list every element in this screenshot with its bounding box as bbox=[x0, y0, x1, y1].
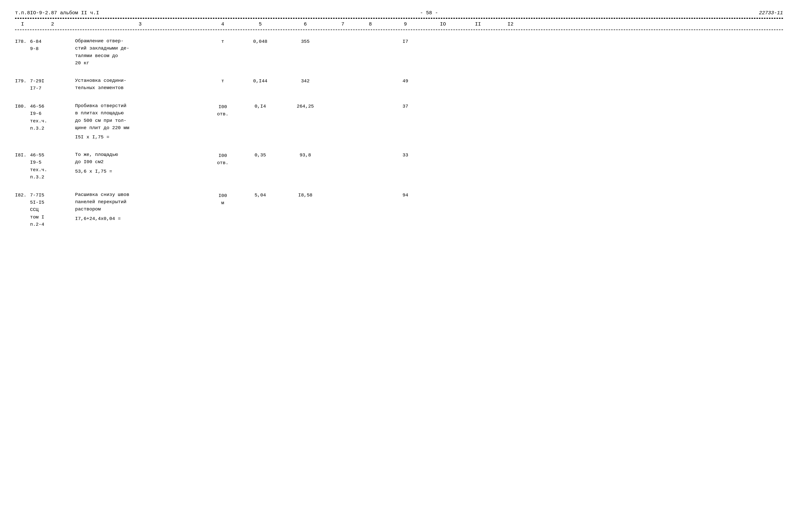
row-col7 bbox=[330, 77, 355, 78]
table-body: I78. 6-84 9-8 Обрамление отвер-стий закл… bbox=[15, 33, 783, 233]
row-col6: I8,58 bbox=[280, 191, 330, 199]
row-col11 bbox=[460, 151, 495, 152]
col-header-4: 4 bbox=[205, 21, 240, 27]
row-desc: Пробивка отверстийв плитах площадьюдо 50… bbox=[75, 102, 205, 141]
row-col5: 0,I4 bbox=[240, 102, 280, 110]
row-unit: т bbox=[205, 77, 240, 85]
col-header-12: I2 bbox=[495, 21, 526, 27]
col-header-11: II bbox=[460, 21, 495, 27]
header-center: - 58 - bbox=[420, 10, 438, 16]
header-right: 22733-11 bbox=[759, 10, 783, 16]
row-col8 bbox=[355, 77, 385, 78]
row-col7 bbox=[330, 102, 355, 103]
row-col5: 5,04 bbox=[240, 191, 280, 199]
row-col12 bbox=[495, 151, 526, 152]
row-desc: Расшивка снизу швовпанелей перекрытийрас… bbox=[75, 191, 205, 223]
col-header-1: I bbox=[15, 21, 30, 27]
row-unit: I00 м bbox=[205, 191, 240, 207]
row-num: I78. bbox=[15, 38, 30, 45]
row-code: 46-55 I9-5 тех.ч. п.3.2 bbox=[30, 151, 75, 181]
row-col10 bbox=[425, 151, 460, 152]
col-header-6: 6 bbox=[280, 21, 330, 27]
row-code: 46-56 I9-6 тех.ч. п.3.2 bbox=[30, 102, 75, 132]
row-col10 bbox=[425, 102, 460, 103]
page-header: т.п.8IO-9-2.87 альбом II ч.I - 58 - 2273… bbox=[15, 10, 783, 16]
row-col9: 49 bbox=[385, 77, 425, 85]
row-col9: 37 bbox=[385, 102, 425, 110]
column-headers: I 2 3 4 5 6 7 8 9 IO II I2 bbox=[15, 18, 783, 30]
row-desc: То же, площадьюдо I00 см2 53,6 x I,75 = bbox=[75, 151, 205, 175]
row-col8 bbox=[355, 102, 385, 103]
row-col10 bbox=[425, 191, 460, 192]
row-col12 bbox=[495, 191, 526, 192]
row-code: 7-7I5 5I-I5 ССЦ том I п.2-4 bbox=[30, 191, 75, 228]
row-col8 bbox=[355, 151, 385, 152]
row-col6: 93,8 bbox=[280, 151, 330, 159]
row-unit: т bbox=[205, 38, 240, 45]
formula: I7,6+24,4x0,04 = bbox=[75, 215, 205, 223]
col-header-2: 2 bbox=[30, 21, 75, 27]
row-col11 bbox=[460, 191, 495, 192]
row-col7 bbox=[330, 38, 355, 38]
row-col9: 33 bbox=[385, 151, 425, 159]
row-col6: 342 bbox=[280, 77, 330, 85]
formula: 53,6 x I,75 = bbox=[75, 168, 205, 175]
row-col6: 264,25 bbox=[280, 102, 330, 110]
col-header-7: 7 bbox=[330, 21, 355, 27]
row-col10 bbox=[425, 38, 460, 38]
row-col8 bbox=[355, 191, 385, 192]
row-unit: I00 отв. bbox=[205, 102, 240, 118]
row-code: 6-84 9-8 bbox=[30, 38, 75, 53]
table-row: I80. 46-56 I9-6 тех.ч. п.3.2 Пробивка от… bbox=[15, 97, 783, 146]
row-col9: I7 bbox=[385, 38, 425, 45]
row-num: I82. bbox=[15, 191, 30, 199]
col-header-8: 8 bbox=[355, 21, 385, 27]
row-col9: 94 bbox=[385, 191, 425, 199]
row-col11 bbox=[460, 38, 495, 38]
table-row: I82. 7-7I5 5I-I5 ССЦ том I п.2-4 Расшивк… bbox=[15, 186, 783, 233]
table-row: I8I. 46-55 I9-5 тех.ч. п.3.2 То же, площ… bbox=[15, 146, 783, 186]
row-col12 bbox=[495, 102, 526, 103]
row-col11 bbox=[460, 102, 495, 103]
row-col7 bbox=[330, 191, 355, 192]
row-num: I79. bbox=[15, 77, 30, 85]
row-col7 bbox=[330, 151, 355, 152]
header-left: т.п.8IO-9-2.87 альбом II ч.I bbox=[15, 10, 99, 16]
row-col8 bbox=[355, 38, 385, 38]
row-col12 bbox=[495, 38, 526, 38]
row-col5: 0,048 bbox=[240, 38, 280, 45]
col-header-10: IO bbox=[425, 21, 460, 27]
row-code: 7-29I I7-7 bbox=[30, 77, 75, 92]
formula: I5I x I,75 = bbox=[75, 134, 205, 141]
row-unit: I00 отв. bbox=[205, 151, 240, 167]
table-row: I79. 7-29I I7-7 Установка соедини-тельны… bbox=[15, 72, 783, 97]
col-header-3: 3 bbox=[75, 21, 205, 27]
row-desc: Установка соедини-тельных элементов bbox=[75, 77, 205, 92]
row-col5: 0,I44 bbox=[240, 77, 280, 85]
table-row: I78. 6-84 9-8 Обрамление отвер-стий закл… bbox=[15, 33, 783, 72]
row-col10 bbox=[425, 77, 460, 78]
row-col12 bbox=[495, 77, 526, 78]
row-num: I8I. bbox=[15, 151, 30, 159]
row-col5: 0,35 bbox=[240, 151, 280, 159]
row-col6: 355 bbox=[280, 38, 330, 45]
row-num: I80. bbox=[15, 102, 30, 110]
col-header-9: 9 bbox=[385, 21, 425, 27]
row-desc: Обрамление отвер-стий закладными де-таля… bbox=[75, 38, 205, 67]
row-col11 bbox=[460, 77, 495, 78]
col-header-5: 5 bbox=[240, 21, 280, 27]
